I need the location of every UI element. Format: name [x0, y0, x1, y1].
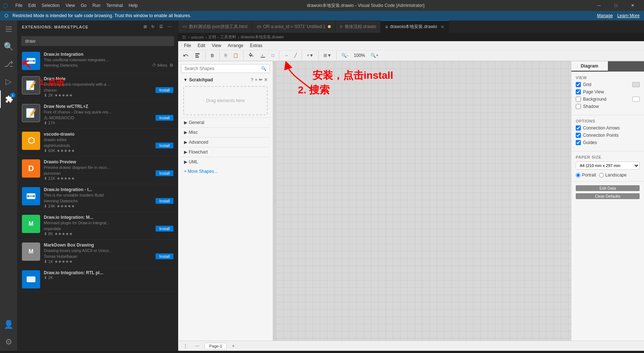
connection-arrows-checkbox[interactable]	[576, 125, 581, 131]
install-button-markdown-box[interactable]: Install	[156, 253, 173, 259]
install-button-vscode-drawio[interactable]: Install	[156, 143, 173, 148]
ext-item-drawio-integration[interactable]: Draw.io Integration This unofficial exte…	[18, 49, 178, 73]
tb-undo-button[interactable]	[180, 51, 191, 60]
tab-untitled[interactable]: 🗃 OR a.area_id = '0371' Untitled-1	[252, 20, 336, 33]
tb-shape-button[interactable]: □	[269, 51, 277, 59]
rp-tab-diagram[interactable]: Diagram	[571, 61, 608, 71]
connection-points-checkbox[interactable]	[576, 133, 581, 138]
views-button[interactable]: ☰	[158, 24, 165, 30]
menu-edit[interactable]: Edit	[25, 1, 39, 9]
edit-data-button[interactable]: Edit Data	[576, 185, 640, 191]
install-button-drawio-mermaid[interactable]: Install	[156, 226, 173, 232]
panel-divider[interactable]: ⋮	[273, 61, 276, 341]
ext-item-drawio-rtl[interactable]: Draw.io Integration: RTL pl... ⬇ 2K	[18, 267, 178, 292]
category-misc[interactable]: ▶ Misc	[181, 127, 270, 137]
tab-close-drawio[interactable]: ✕	[441, 24, 444, 30]
ext-item-drawio-preview[interactable]: D Drawio Preview Preview drawio diagram …	[18, 156, 178, 184]
ext-item-drawnote-ctrl[interactable]: 📝 Draw Note w/CTRL+Z Fork of zhaouv - Dr…	[18, 101, 178, 129]
menu-run[interactable]: Run	[89, 1, 103, 9]
activity-run[interactable]: ▷	[0, 73, 18, 90]
drawio-menu-arrange[interactable]: Arrange	[225, 42, 246, 49]
tb-zoom-in-button[interactable]: 🔍+	[368, 51, 381, 59]
scratchpad-close[interactable]: ✕	[264, 77, 268, 82]
scratchpad-help[interactable]: ?	[251, 77, 253, 82]
drawio-menu-extras[interactable]: Extras	[247, 42, 265, 49]
category-advanced[interactable]: ▶ Advanced	[181, 137, 270, 147]
add-page-button[interactable]: +	[230, 343, 237, 349]
filter-button[interactable]: ⊞	[142, 24, 149, 30]
tb-arrow-button[interactable]: →	[281, 51, 291, 59]
ext-item-markdown-box[interactable]: M MarkDown Box Drawing Drawing boxes usi…	[18, 240, 178, 267]
minimize-button[interactable]: ─	[591, 0, 607, 11]
tb-paste-button[interactable]: 📋	[230, 51, 241, 59]
menu-selection[interactable]: Selection	[39, 1, 62, 9]
more-button[interactable]: ···	[166, 24, 173, 30]
landscape-radio[interactable]	[599, 173, 604, 178]
menu-go[interactable]: Go	[78, 1, 89, 9]
drawio-menu-file[interactable]: File	[181, 42, 194, 49]
install-button-drawio-preview[interactable]: Install	[156, 170, 173, 176]
activity-settings[interactable]: ⚙	[0, 333, 18, 351]
more-shapes-button[interactable]: + More Shapes...	[181, 167, 270, 176]
prev-page-button[interactable]: ⋮	[181, 343, 190, 349]
tb-line-color-button[interactable]	[257, 51, 268, 60]
scratchpad-header[interactable]: ▼ Scratchpad ? + ✏ ✕	[181, 76, 270, 84]
menu-terminal[interactable]: Terminal	[103, 1, 126, 9]
ext-item-vscode-drawio[interactable]: ⬡ vscode-drawio drawio editor eightHundr…	[18, 129, 178, 156]
grid-checkbox[interactable]	[576, 82, 581, 87]
page-tab[interactable]: Page-1	[204, 343, 227, 349]
canvas[interactable]: 安装，点击install 2. 搜索	[276, 61, 571, 341]
background-checkbox[interactable]	[576, 97, 581, 102]
install-button-drawio-insiders[interactable]: Install	[156, 198, 173, 204]
tb-copy-button[interactable]: ⎘	[222, 51, 230, 59]
clear-defaults-button[interactable]: Clear Defaults	[576, 193, 640, 199]
menu-help[interactable]: Help	[126, 1, 141, 9]
tb-delete-button[interactable]: 🗑	[208, 51, 217, 59]
portrait-radio[interactable]	[576, 173, 580, 178]
install-button-drawnote[interactable]: Install	[156, 87, 173, 93]
breadcrumb-file[interactable]: drawoio本地安装.drawio	[241, 34, 284, 40]
category-general[interactable]: ▶ General	[181, 117, 270, 127]
menu-file[interactable]: File	[12, 1, 25, 9]
rp-tab-format[interactable]	[608, 61, 644, 71]
grid-color-swatch[interactable]	[632, 82, 640, 87]
tab-json-tool[interactable]: <> 数科测试组-json拼接工具.html	[178, 20, 252, 33]
tb-table-button[interactable]: ⊞▼	[321, 51, 334, 59]
paper-size-select[interactable]: A4 (210 mm x 297 mm	[576, 162, 640, 170]
breadcrumb-d[interactable]: D:	[183, 35, 187, 39]
breadcrumb-docs[interactable]: 文档	[208, 34, 216, 40]
tb-insert-button[interactable]: +▼	[304, 51, 316, 59]
page-dots-button[interactable]: ⋯	[193, 343, 202, 349]
activity-search[interactable]: 🔍	[0, 38, 18, 55]
ext-item-drawio-insiders[interactable]: Draw.io Integration - I... This is the u…	[18, 184, 178, 212]
activity-extensions[interactable]: 1	[0, 90, 18, 108]
tb-format-button[interactable]	[192, 51, 203, 60]
maximize-button[interactable]: □	[607, 0, 624, 11]
activity-scm[interactable]: ⎇	[0, 55, 18, 73]
scratchpad-edit[interactable]: ✏	[259, 77, 262, 82]
menu-view[interactable]: View	[62, 1, 78, 9]
tb-line-button[interactable]: ╱	[292, 51, 299, 59]
search-input[interactable]: draw	[21, 36, 174, 46]
breadcrumb-tools[interactable]: 工具资料	[220, 34, 236, 40]
ext-settings-icon[interactable]: ⚙	[169, 63, 173, 68]
category-flowchart[interactable]: ▶ Flowchart	[181, 147, 270, 157]
install-button-drawnote-ctrl[interactable]: Install	[156, 115, 173, 121]
tb-zoom-out-button[interactable]: 🔍-	[339, 51, 351, 59]
breadcrumb-unicom[interactable]: unicom	[191, 35, 204, 39]
close-button[interactable]: ✕	[624, 0, 641, 11]
category-uml[interactable]: ▶ UML	[181, 157, 270, 167]
activity-account[interactable]: 👤	[0, 316, 18, 333]
tab-flow[interactable]: ≡ 整体流程.drawio	[336, 20, 381, 33]
tb-fill-button[interactable]	[246, 51, 257, 60]
ext-item-drawnote[interactable]: 📝 Draw Note Draw svg quick-responsively …	[18, 73, 178, 101]
shadow-checkbox[interactable]	[576, 104, 581, 109]
background-color-swatch[interactable]	[632, 97, 640, 102]
drawio-menu-edit[interactable]: Edit	[195, 42, 208, 49]
tab-drawio-active[interactable]: ≡ drawoio本地安装.drawio ✕	[381, 20, 449, 33]
ext-item-drawio-mermaid[interactable]: M Draw.io Integration: M... Mermaid plug…	[18, 212, 178, 240]
pageview-checkbox[interactable]	[576, 89, 581, 94]
zoom-level[interactable]: 100%	[352, 52, 367, 59]
activity-explorer[interactable]	[0, 20, 18, 38]
learn-more-link[interactable]: Learn More	[617, 13, 640, 18]
